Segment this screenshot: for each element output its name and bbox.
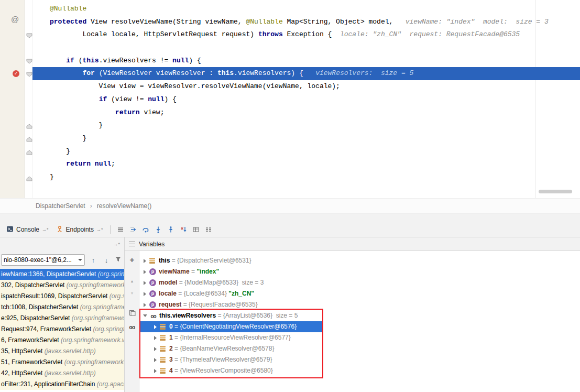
stack-frame-row[interactable]: 6, FrameworkServlet (org.springframework… xyxy=(0,335,124,346)
stack-frame-row[interactable]: 302, DispatcherServlet (org.springframew… xyxy=(0,280,124,291)
value-icon xyxy=(160,367,167,374)
stack-frame-row[interactable]: iewName:1366, DispatcherServlet (org.spr… xyxy=(0,269,124,280)
code-lines: @Nullableprotected View resolveViewName(… xyxy=(32,0,580,198)
tab-console-label: Console xyxy=(16,226,39,233)
code-line: @Nullable xyxy=(32,3,580,16)
layout-grid-icon[interactable] xyxy=(190,224,202,235)
variable-row-2[interactable]: 2 = {BeanNameViewResolver@6578} xyxy=(139,343,580,354)
stack-frame-row[interactable]: oFilter:231, ApplicationFilterChain (org… xyxy=(0,379,124,390)
frame-up-icon[interactable]: ↑ xyxy=(89,256,98,264)
stack-frame-row[interactable]: Request:974, FrameworkServlet (org.sprin… xyxy=(0,324,124,335)
code-line: } xyxy=(32,145,580,158)
value-icon xyxy=(160,323,167,330)
frame-down-icon[interactable]: ↓ xyxy=(102,256,111,264)
endpoints-icon xyxy=(56,225,63,234)
panel-options-icon[interactable]: →* xyxy=(113,242,120,247)
code-line: } xyxy=(32,119,580,132)
menu-icon[interactable] xyxy=(129,242,135,246)
variable-row-this[interactable]: this = {DispatcherServlet@6531} xyxy=(139,255,580,266)
variable-row-locale[interactable]: plocale = {Locale@6534} "zh_CN" xyxy=(139,288,580,299)
chevron-right-icon[interactable] xyxy=(154,347,157,351)
debug-toolbar: Console →* Endpoints →* xyxy=(0,222,580,237)
debug-panels: →* nio-8080-exec-1"@6,2... ↑ ↓ iewName:1… xyxy=(0,237,580,392)
tab-options-icon[interactable]: →* xyxy=(42,227,49,232)
code-line: Locale locale, HttpServletRequest reques… xyxy=(32,28,580,41)
annotation-gutter-icon: @ xyxy=(11,15,19,24)
view-options-icon[interactable] xyxy=(202,224,215,235)
variable-row-model[interactable]: pmodel = {ModelMap@6533} size = 3 xyxy=(139,277,580,288)
stack-frame-row[interactable]: 42, HttpServlet (javax.servlet.http) xyxy=(0,368,124,379)
filter-frames-icon[interactable] xyxy=(115,256,122,264)
variable-row-0[interactable]: 0 = {ContentNegotiatingViewResolver@6576… xyxy=(139,321,580,332)
stack-frame-row[interactable]: e:925, DispatcherServlet (org.springfram… xyxy=(0,313,124,324)
chevron-right-icon[interactable] xyxy=(144,259,146,263)
code-line xyxy=(32,41,580,55)
thread-dropdown[interactable]: nio-8080-exec-1"@6,2... xyxy=(1,254,85,266)
breadcrumb: DispatcherServlet › resolveViewName() xyxy=(0,198,580,213)
code-line: return null; xyxy=(32,158,580,171)
breadcrumb-item-class[interactable]: DispatcherServlet xyxy=(36,202,85,210)
parameter-icon: p xyxy=(149,268,156,275)
reset-frame-icon[interactable] xyxy=(177,224,190,235)
console-icon xyxy=(6,225,14,234)
step-out-icon[interactable] xyxy=(165,224,177,235)
stack-frame-row[interactable]: 51, FrameworkServlet (org.springframewor… xyxy=(0,357,124,368)
chevron-right-icon[interactable] xyxy=(154,358,157,362)
horizontal-scrollbar[interactable] xyxy=(539,190,572,193)
code-line: } xyxy=(32,171,580,184)
tab-endpoints-label: Endpoints xyxy=(66,226,94,233)
tab-options-icon[interactable]: →* xyxy=(96,227,103,232)
scroll-up-icon[interactable]: ▲ xyxy=(125,279,139,283)
code-line: } xyxy=(32,132,580,145)
value-icon xyxy=(160,334,167,341)
chevron-right-icon[interactable] xyxy=(154,369,157,373)
variables-tree: this = {DispatcherServlet@6531}pviewName… xyxy=(139,251,580,392)
stack-frame-row[interactable]: ispatchResult:1069, DispatcherServlet (o… xyxy=(0,291,124,302)
breakpoint-verified-icon[interactable]: ✓ xyxy=(13,70,19,77)
scroll-down-icon[interactable]: ▼ xyxy=(125,291,139,295)
code-line: View view = viewResolver.resolveViewName… xyxy=(32,80,580,93)
thread-dropdown-value: nio-8080-exec-1"@6,2... xyxy=(4,256,76,264)
variable-row-3[interactable]: 3 = {ThymeleafViewResolver@6579} xyxy=(139,354,580,365)
chevron-down-icon xyxy=(78,259,82,261)
breadcrumb-separator: › xyxy=(90,202,92,210)
parameter-icon: p xyxy=(149,279,156,286)
copy-icon[interactable] xyxy=(125,310,139,318)
wrap-marker-up-icon xyxy=(26,136,32,141)
chevron-right-icon[interactable] xyxy=(144,303,146,307)
add-watch-icon[interactable]: + xyxy=(125,255,139,264)
settings-menu-icon[interactable] xyxy=(114,224,127,235)
ide-debug-screen: { "editor": { "gutter": {"annotation_sym… xyxy=(0,0,580,392)
show-execution-point-icon[interactable] xyxy=(127,224,139,235)
step-into-icon[interactable] xyxy=(152,224,165,235)
variable-row-viewName[interactable]: pviewName = "index" xyxy=(139,266,580,277)
chevron-down-icon[interactable] xyxy=(143,314,147,317)
chevron-right-icon[interactable] xyxy=(144,281,146,285)
variable-row-1[interactable]: 1 = {InternalResourceViewResolver@6577} xyxy=(139,332,580,343)
stack-frame-row[interactable]: tch:1008, DispatcherServlet (org.springf… xyxy=(0,302,124,313)
stack-frame-row[interactable]: 35, HttpServlet (javax.servlet.http) xyxy=(0,346,124,357)
code-line: return view; xyxy=(32,106,580,119)
chevron-right-icon[interactable] xyxy=(144,292,146,296)
wrap-marker-down-icon xyxy=(26,71,32,77)
frames-header: →* xyxy=(0,237,124,251)
variables-header: Variables xyxy=(125,237,580,251)
execution-line: for (ViewResolver viewResolver : this.vi… xyxy=(32,67,580,80)
show-watches-icon[interactable]: oo xyxy=(125,324,139,330)
breadcrumb-item-method[interactable]: resolveViewName() xyxy=(97,202,151,210)
chevron-right-icon[interactable] xyxy=(154,325,157,329)
chevron-right-icon[interactable] xyxy=(154,336,157,340)
wrap-marker-down-icon xyxy=(26,32,32,38)
chevron-right-icon[interactable] xyxy=(144,270,146,274)
step-over-icon[interactable] xyxy=(139,224,152,235)
variables-header-label: Variables xyxy=(139,241,165,248)
wrap-marker-up-icon xyxy=(26,176,32,181)
frames-list: iewName:1366, DispatcherServlet (org.spr… xyxy=(0,269,124,392)
wrap-marker-up-icon xyxy=(26,149,32,155)
tab-console[interactable]: Console →* xyxy=(3,222,52,237)
code-editor: @ ✓ @Nullableprotected View resolveViewN… xyxy=(0,0,580,198)
variable-row-4[interactable]: 4 = {ViewResolverComposite@6580} xyxy=(139,365,580,376)
tab-endpoints[interactable]: Endpoints →* xyxy=(52,222,107,237)
variable-row-request[interactable]: prequest = {RequestFacade@6535} xyxy=(139,299,580,310)
variable-row-this.viewResolvers[interactable]: oothis.viewResolvers = {ArrayList@6536} … xyxy=(139,310,580,321)
